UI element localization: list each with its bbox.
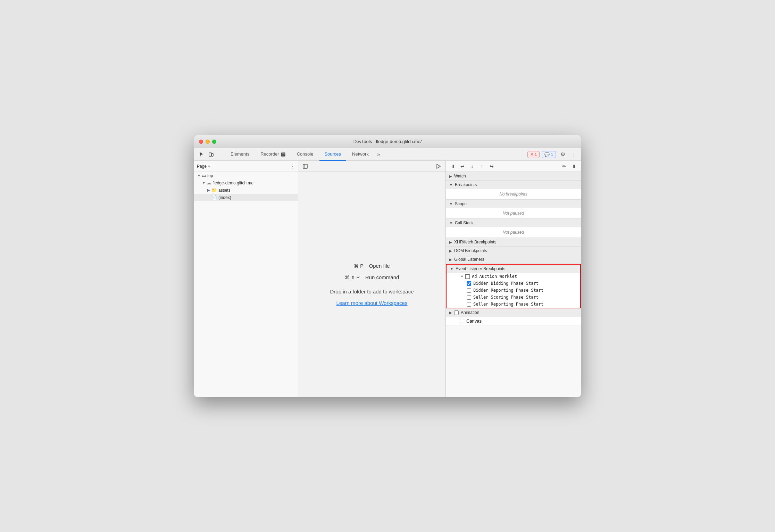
cloud-icon-fledge: ☁ xyxy=(207,180,211,185)
section-scope: ▼ Scope Not paused xyxy=(446,200,581,219)
svg-marker-4 xyxy=(437,164,440,168)
dont-pause-exceptions-icon[interactable]: ⏸ xyxy=(570,162,578,171)
error-badge-button[interactable]: ✕ 1 xyxy=(527,151,540,158)
deactivate-breakpoints-icon[interactable]: ✏ xyxy=(560,162,568,171)
section-elb-header[interactable]: ▼ Event Listener Breakpoints xyxy=(447,265,580,273)
scope-label: Scope xyxy=(455,201,467,206)
elb-item-bidder-reporting[interactable]: Bidder Reporting Phase Start xyxy=(447,287,580,294)
tree-item-index[interactable]: ▶ 📄 (index) xyxy=(194,194,298,201)
canvas-checkbox[interactable] xyxy=(460,319,464,323)
shortcut1-keys: ⌘ P xyxy=(354,263,363,269)
settings-icon[interactable]: ⚙ xyxy=(558,150,568,159)
section-xhr-header[interactable]: ▶ XHR/fetch Breakpoints xyxy=(446,238,581,246)
hide-sidebar-icon[interactable] xyxy=(301,162,309,171)
scope-body: Not paused xyxy=(446,208,581,218)
breakpoints-label: Breakpoints xyxy=(455,182,477,187)
svg-rect-0 xyxy=(209,153,211,156)
center-toolbar xyxy=(298,161,445,172)
elb-checkbox-seller-scoring[interactable] xyxy=(467,295,471,300)
main-content: Page » ⋮ ▼ ▭ top ▼ ☁ fledge-demo.glitch.… xyxy=(194,161,581,397)
file-tree-sidebar: Page » ⋮ ▼ ▭ top ▼ ☁ fledge-demo.glitch.… xyxy=(194,161,298,397)
shortcut-run-command: ⌘ ⇧ P Run command xyxy=(345,274,399,280)
elb-section-label: Event Listener Breakpoints xyxy=(456,266,505,271)
watch-label: Watch xyxy=(454,174,466,178)
section-global-header[interactable]: ▶ Global Listeners xyxy=(446,255,581,264)
elb-checkbox-seller-reporting[interactable] xyxy=(467,302,471,307)
toolbar-right: ✕ 1 💬 1 ⚙ ⋮ xyxy=(527,150,578,159)
section-callstack-header[interactable]: ▼ Call Stack xyxy=(446,219,581,227)
window-title: DevTools - fledge-demo.glitch.me/ xyxy=(353,139,422,144)
step-over-icon[interactable]: ↩ xyxy=(458,162,467,171)
callstack-label: Call Stack xyxy=(455,221,474,225)
global-arrow: ▶ xyxy=(449,258,452,261)
tree-arrow-assets: ▶ xyxy=(207,188,211,192)
step-into-icon[interactable]: ↓ xyxy=(468,162,476,171)
center-main: ⌘ P Open file ⌘ ⇧ P Run command Drop in … xyxy=(298,172,445,397)
more-tabs[interactable]: » xyxy=(375,151,382,158)
tab-sources[interactable]: Sources xyxy=(319,148,346,161)
elb-arrow-main: ▼ xyxy=(450,267,453,271)
tab-network[interactable]: Network xyxy=(347,148,374,161)
tree-label-top: top xyxy=(207,173,213,178)
tree-arrow-fledge: ▼ xyxy=(202,181,206,185)
elb-checkbox-bidder-bidding[interactable] xyxy=(467,281,471,286)
tree-label-fledge: fledge-demo.glitch.me xyxy=(212,181,253,185)
info-badge-button[interactable]: 💬 1 xyxy=(542,151,556,158)
tab-console[interactable]: Console xyxy=(292,148,318,161)
section-watch-header[interactable]: ▶ Watch xyxy=(446,172,581,180)
step-icon[interactable]: ↪ xyxy=(488,162,496,171)
info-icon: 💬 xyxy=(544,152,550,157)
cursor-icon[interactable] xyxy=(197,150,206,159)
close-button[interactable] xyxy=(199,140,203,144)
shortcut2-keys: ⌘ ⇧ P xyxy=(345,275,360,280)
elb-item-bidder-bidding[interactable]: Bidder Bidding Phase Start xyxy=(447,280,580,287)
device-toolbar-icon[interactable] xyxy=(207,150,216,159)
elb-group-label: Ad Auction Worklet xyxy=(472,274,517,279)
canvas-body: Canvas xyxy=(446,317,581,325)
shortcut2-label: Run command xyxy=(365,274,399,280)
tab-recorder[interactable]: Recorder 🎬 xyxy=(256,148,290,161)
section-dom-header[interactable]: ▶ DOM Breakpoints xyxy=(446,247,581,255)
global-label: Global Listeners xyxy=(454,257,484,262)
shortcut-open-file: ⌘ P Open file xyxy=(354,263,390,269)
section-canvas: Canvas xyxy=(446,317,581,325)
callstack-body: Not paused xyxy=(446,227,581,238)
section-animation-header[interactable]: ▶ Animation xyxy=(446,308,581,317)
tree-item-top[interactable]: ▼ ▭ top xyxy=(194,172,298,179)
file-icon-index: 📄 xyxy=(211,195,217,200)
minimize-button[interactable] xyxy=(206,140,210,144)
elb-label-bidder-reporting: Bidder Reporting Phase Start xyxy=(473,288,543,293)
animation-checkbox[interactable] xyxy=(454,310,459,315)
svg-rect-2 xyxy=(303,164,307,168)
run-script-icon[interactable] xyxy=(434,162,443,171)
section-breakpoints: ▼ Breakpoints No breakpoints xyxy=(446,181,581,200)
shortcut1-label: Open file xyxy=(369,263,390,269)
right-panel: ⏸ ↩ ↓ ↑ ↪ ✏ ⏸ ▶ Watch xyxy=(445,161,581,397)
elb-group-ad-auction[interactable]: ▼ – Ad Auction Worklet xyxy=(447,273,580,280)
right-sections: ▶ Watch ▼ Breakpoints No breakpoints xyxy=(446,172,581,397)
sidebar-header-more[interactable]: » xyxy=(208,164,210,168)
center-panel: ⌘ P Open file ⌘ ⇧ P Run command Drop in … xyxy=(298,161,445,397)
more-options-icon[interactable]: ⋮ xyxy=(570,150,578,159)
elb-item-seller-scoring[interactable]: Seller Scoring Phase Start xyxy=(447,294,580,301)
callstack-arrow: ▼ xyxy=(449,221,453,225)
section-scope-header[interactable]: ▼ Scope xyxy=(446,200,581,208)
section-xhr: ▶ XHR/fetch Breakpoints xyxy=(446,238,581,247)
tab-elements[interactable]: Elements xyxy=(226,148,254,161)
step-out-icon[interactable]: ↑ xyxy=(478,162,486,171)
scope-arrow: ▼ xyxy=(449,202,453,206)
section-global: ▶ Global Listeners xyxy=(446,255,581,264)
maximize-button[interactable] xyxy=(212,140,216,144)
section-breakpoints-header[interactable]: ▼ Breakpoints xyxy=(446,181,581,189)
toolbar-icons xyxy=(197,150,216,159)
elb-checkbox-bidder-reporting[interactable] xyxy=(467,288,471,293)
sidebar-more-options[interactable]: ⋮ xyxy=(290,164,295,169)
titlebar: DevTools - fledge-demo.glitch.me/ xyxy=(194,135,581,148)
folder-icon-top: ▭ xyxy=(202,173,206,178)
workspace-link[interactable]: Learn more about Workspaces xyxy=(336,300,408,306)
tree-item-fledge[interactable]: ▼ ☁ fledge-demo.glitch.me xyxy=(194,179,298,186)
workspace-text: Drop in a folder to add to workspace xyxy=(330,289,414,294)
pause-icon[interactable]: ⏸ xyxy=(449,162,457,171)
elb-item-seller-reporting[interactable]: Seller Reporting Phase Start xyxy=(447,301,580,308)
tree-item-assets[interactable]: ▶ 📁 assets xyxy=(194,186,298,194)
